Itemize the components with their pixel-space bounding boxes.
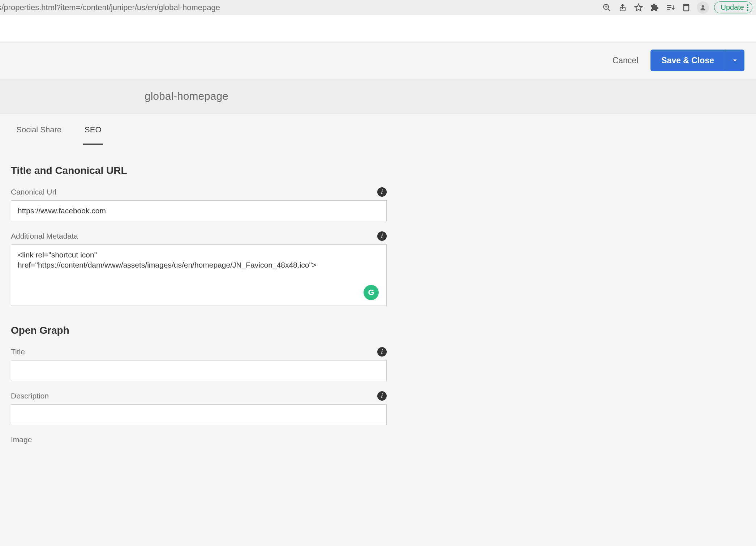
section-open-graph: Open Graph bbox=[11, 325, 387, 336]
svg-line-1 bbox=[608, 9, 610, 11]
info-icon[interactable]: i bbox=[377, 187, 387, 197]
info-icon[interactable]: i bbox=[377, 391, 387, 401]
browser-update-button[interactable]: Update bbox=[714, 1, 753, 13]
save-close-dropdown-button[interactable] bbox=[725, 50, 744, 71]
og-title-input[interactable] bbox=[11, 360, 387, 381]
tab-social-share[interactable]: Social Share bbox=[15, 125, 63, 145]
info-icon[interactable]: i bbox=[377, 231, 387, 241]
svg-point-12 bbox=[701, 5, 704, 8]
og-title-label: Title bbox=[11, 347, 25, 356]
content-area: Title and Canonical URL Canonical Url i … bbox=[0, 145, 398, 455]
zoom-icon[interactable] bbox=[601, 2, 612, 13]
bookmark-star-icon[interactable] bbox=[633, 2, 644, 13]
page-title-bar: global-homepage bbox=[0, 79, 756, 114]
tab-row: r Social Share SEO bbox=[0, 114, 756, 145]
action-bar: Cancel Save & Close bbox=[0, 42, 756, 79]
section-title-canonical: Title and Canonical URL bbox=[11, 165, 387, 176]
og-image-label: Image bbox=[11, 435, 32, 444]
url-text: ites/properties.html?item=/content/junip… bbox=[0, 3, 220, 12]
field-canonical-url: Canonical Url i bbox=[11, 187, 387, 221]
info-icon[interactable]: i bbox=[377, 347, 387, 357]
additional-metadata-label: Additional Metadata bbox=[11, 232, 78, 240]
chevron-down-icon bbox=[731, 57, 739, 64]
device-toggle-icon[interactable] bbox=[681, 2, 692, 13]
og-description-label: Description bbox=[11, 392, 49, 400]
browser-address-bar: ites/properties.html?item=/content/junip… bbox=[0, 0, 756, 15]
reading-list-icon[interactable] bbox=[665, 2, 676, 13]
field-og-image: Image bbox=[11, 435, 387, 444]
save-close-group: Save & Close bbox=[650, 50, 744, 71]
update-label: Update bbox=[721, 3, 744, 12]
canonical-url-input[interactable] bbox=[11, 200, 387, 221]
tab-seo[interactable]: SEO bbox=[83, 125, 103, 145]
extensions-puzzle-icon[interactable] bbox=[649, 2, 660, 13]
field-additional-metadata: Additional Metadata i G bbox=[11, 231, 387, 307]
save-close-button[interactable]: Save & Close bbox=[650, 50, 725, 71]
grammarly-icon[interactable]: G bbox=[364, 285, 379, 300]
app-top-strip bbox=[0, 15, 756, 42]
field-og-description: Description i bbox=[11, 391, 387, 425]
cancel-button[interactable]: Cancel bbox=[613, 56, 639, 65]
og-description-input[interactable] bbox=[11, 404, 387, 425]
profile-avatar-icon[interactable] bbox=[697, 1, 709, 14]
canonical-url-label: Canonical Url bbox=[11, 188, 56, 196]
share-icon[interactable] bbox=[617, 2, 628, 13]
additional-metadata-textarea[interactable] bbox=[11, 244, 387, 306]
page-title: global-homepage bbox=[145, 90, 228, 102]
kebab-menu-icon bbox=[747, 4, 748, 11]
field-og-title: Title i bbox=[11, 347, 387, 381]
svg-marker-5 bbox=[635, 4, 642, 11]
